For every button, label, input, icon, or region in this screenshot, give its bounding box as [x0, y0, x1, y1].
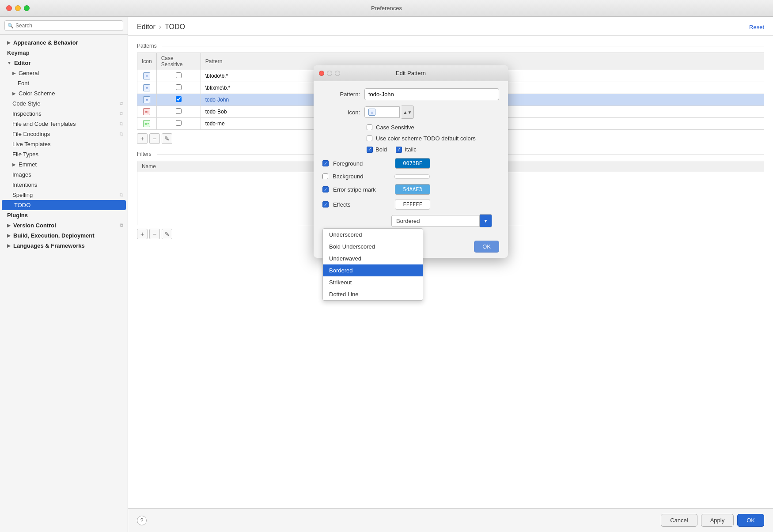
- sidebar-item-file-code-templates[interactable]: File and Code Templates ⧉: [0, 119, 128, 129]
- icon-preview: ≡: [368, 109, 375, 116]
- use-color-label: Use color scheme TODO default colors: [376, 135, 476, 142]
- effects-type-display: Bordered: [391, 215, 480, 227]
- icon-dropdown-button[interactable]: ▲▼: [402, 106, 414, 119]
- sidebar-item-version-control[interactable]: ▶ Version Control ⧉: [0, 220, 128, 230]
- dropdown-item-bordered[interactable]: Bordered: [323, 264, 423, 276]
- sidebar-item-file-encodings[interactable]: File Encodings ⧉: [0, 129, 128, 139]
- effects-checkbox[interactable]: ✓: [322, 201, 329, 208]
- add-filter-button[interactable]: +: [137, 229, 148, 239]
- case-sensitive-checkbox[interactable]: [176, 72, 182, 78]
- foreground-swatch[interactable]: 0073BF: [395, 158, 430, 169]
- background-checkbox[interactable]: [322, 174, 328, 179]
- minimize-button[interactable]: [15, 5, 21, 11]
- reset-link[interactable]: Reset: [749, 24, 764, 30]
- sidebar-item-build[interactable]: ▶ Build, Execution, Deployment: [0, 230, 128, 241]
- foreground-checkbox[interactable]: ✓: [322, 160, 329, 166]
- sidebar-item-font[interactable]: Font: [0, 78, 128, 88]
- dialog-close-button[interactable]: [319, 71, 324, 76]
- use-color-checkbox[interactable]: [367, 136, 372, 141]
- row-icon: ≡: [143, 96, 150, 103]
- edit-pattern-button[interactable]: ✎: [162, 133, 172, 144]
- sidebar-item-appearance[interactable]: ▶ Appearance & Behavior: [0, 38, 128, 48]
- bottom-bar: ? Cancel Apply OK: [128, 508, 773, 532]
- apply-button[interactable]: Apply: [701, 514, 734, 527]
- maximize-button[interactable]: [24, 5, 30, 11]
- dialog-body: Pattern: Icon: ≡ ▲▼: [314, 81, 508, 239]
- sidebar-item-code-style[interactable]: Code Style ⧉: [0, 98, 128, 109]
- sidebar-item-spelling[interactable]: Spelling ⧉: [0, 190, 128, 200]
- effects-dropdown-button[interactable]: ▼: [480, 214, 492, 227]
- background-label: Background: [333, 173, 390, 180]
- sidebar-item-general[interactable]: ▶ General: [0, 68, 128, 78]
- background-row: Background: [322, 173, 499, 180]
- case-sensitive-checkbox[interactable]: [176, 120, 182, 126]
- edit-filter-button[interactable]: ✎: [162, 229, 172, 239]
- sidebar-search-container: 🔍: [0, 17, 128, 35]
- search-input[interactable]: [4, 20, 123, 31]
- remove-pattern-button[interactable]: −: [149, 133, 160, 144]
- dialog-min-button[interactable]: [327, 71, 332, 76]
- add-pattern-button[interactable]: +: [137, 133, 148, 144]
- sidebar-item-keymap[interactable]: Keymap: [0, 48, 128, 58]
- window-controls: [6, 5, 30, 11]
- sidebar-item-emmet[interactable]: ▶ Emmet: [0, 159, 128, 170]
- copy-icon: ⧉: [120, 223, 123, 228]
- cancel-button[interactable]: Cancel: [661, 514, 697, 527]
- case-sensitive-label: Case Sensitive: [376, 124, 414, 131]
- effects-row: ✓ Effects FFFFFF: [322, 199, 499, 210]
- search-icon: 🔍: [8, 23, 14, 29]
- sidebar-item-plugins[interactable]: Plugins: [0, 210, 128, 220]
- case-sensitive-checkbox[interactable]: [176, 108, 182, 114]
- dialog-max-button[interactable]: [335, 71, 340, 76]
- dropdown-item-strikeout[interactable]: Strikeout: [323, 276, 423, 288]
- main-layout: 🔍 ▶ Appearance & Behavior Keymap ▼ Edito…: [0, 17, 773, 532]
- col-header-case-sensitive: Case Sensitive: [156, 53, 201, 70]
- icon-row: Icon: ≡ ▲▼: [322, 106, 499, 119]
- dropdown-item-bold-underscored[interactable]: Bold Underscored: [323, 241, 423, 253]
- chevron-right-icon: ▶: [12, 91, 16, 96]
- help-button[interactable]: ?: [137, 516, 147, 525]
- title-bar: Preferences: [0, 0, 773, 17]
- sidebar-content: ▶ Appearance & Behavior Keymap ▼ Editor …: [0, 35, 128, 532]
- error-stripe-row: ✓ Error stripe mark 54AAE3: [322, 184, 499, 195]
- sidebar-item-file-types[interactable]: File Types: [0, 149, 128, 159]
- case-sensitive-checkbox[interactable]: [176, 96, 182, 102]
- close-button[interactable]: [6, 5, 12, 11]
- sidebar-item-todo[interactable]: TODO: [2, 200, 126, 210]
- bold-label: Bold: [375, 146, 387, 153]
- effects-dropdown-list: Underscored Bold Underscored Underwaved …: [322, 228, 423, 301]
- remove-filter-button[interactable]: −: [149, 229, 160, 239]
- dialog-ok-button[interactable]: OK: [474, 241, 499, 253]
- sidebar-item-intentions[interactable]: Intentions: [0, 180, 128, 190]
- row-icon: ≡: [143, 72, 150, 79]
- sidebar-item-live-templates[interactable]: Live Templates: [0, 139, 128, 149]
- sidebar-item-color-scheme[interactable]: ▶ Color Scheme: [0, 88, 128, 98]
- error-stripe-checkbox[interactable]: ✓: [322, 186, 329, 192]
- sidebar-item-images[interactable]: Images: [0, 170, 128, 180]
- dropdown-item-underscored[interactable]: Underscored: [323, 229, 423, 241]
- italic-checkbox[interactable]: ✓: [396, 147, 402, 153]
- foreground-label: Foreground: [333, 160, 390, 167]
- ok-button[interactable]: OK: [737, 514, 764, 527]
- chevron-right-icon: ▶: [7, 233, 11, 238]
- effects-swatch[interactable]: FFFFFF: [395, 199, 430, 210]
- dropdown-item-dotted-line[interactable]: Dotted Line: [323, 288, 423, 300]
- sidebar-item-inspections[interactable]: Inspections ⧉: [0, 109, 128, 119]
- pattern-input[interactable]: [364, 88, 499, 100]
- copy-icon: ⧉: [120, 101, 123, 106]
- breadcrumb-parent: Editor: [137, 23, 155, 31]
- row-icon: ≡?: [143, 120, 150, 127]
- bold-checkbox[interactable]: ✓: [367, 147, 373, 153]
- dialog-case-sensitive-checkbox[interactable]: [367, 125, 372, 130]
- dropdown-item-underwaved[interactable]: Underwaved: [323, 253, 423, 264]
- dialog-title: Edit Pattern: [396, 70, 426, 76]
- sidebar-item-editor[interactable]: ▼ Editor: [0, 58, 128, 68]
- chevron-down-icon: ▼: [7, 60, 11, 65]
- copy-icon: ⧉: [120, 121, 123, 127]
- case-sensitive-checkbox[interactable]: [176, 84, 182, 90]
- icon-label: Icon:: [322, 109, 360, 116]
- background-swatch[interactable]: [394, 174, 430, 179]
- chevron-right-icon: ▶: [12, 162, 16, 167]
- error-stripe-swatch[interactable]: 54AAE3: [395, 184, 430, 195]
- sidebar-item-languages[interactable]: ▶ Languages & Frameworks: [0, 241, 128, 251]
